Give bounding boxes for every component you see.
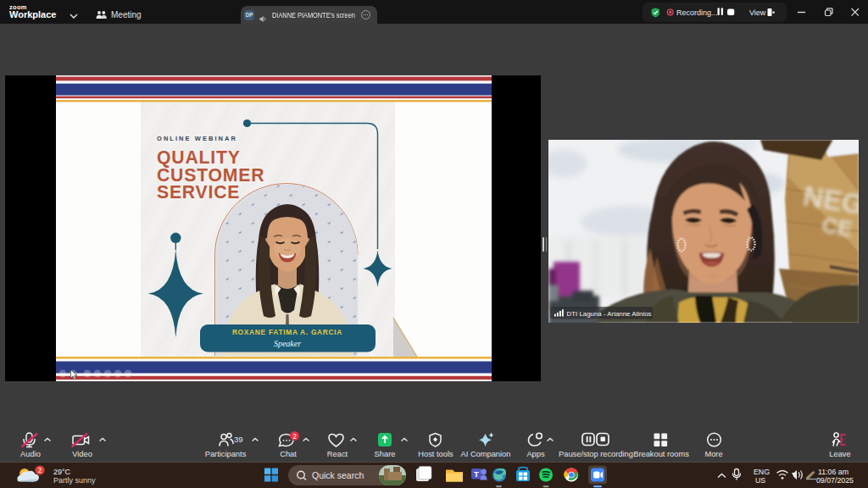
svg-text:09/07/2025: 09/07/2025 (816, 476, 854, 485)
svg-text:React: React (327, 450, 348, 458)
svg-text:Video: Video (72, 450, 92, 458)
svg-text:Quick search: Quick search (312, 470, 364, 480)
svg-text:Share: Share (375, 450, 396, 458)
svg-text:39: 39 (234, 435, 243, 444)
svg-text:US: US (755, 476, 765, 485)
svg-text:T: T (474, 469, 479, 479)
svg-text:More: More (704, 450, 722, 458)
svg-text:Partly sunny: Partly sunny (53, 476, 96, 485)
svg-text:2: 2 (38, 466, 42, 474)
svg-text:ROXANE FATIMA A. GARCIA: ROXANE FATIMA A. GARCIA (232, 328, 342, 336)
svg-text:Speaker: Speaker (274, 339, 301, 348)
svg-text:29°C: 29°C (53, 468, 71, 476)
svg-text:Pause/stop recording: Pause/stop recording (559, 450, 633, 458)
svg-text:Participants: Participants (205, 450, 247, 458)
svg-text:Chat: Chat (280, 450, 297, 458)
svg-text:Apps: Apps (526, 450, 545, 458)
svg-text:AI Companion: AI Companion (461, 450, 511, 458)
svg-text:Host tools: Host tools (418, 450, 453, 458)
svg-text:ONLINE WEBINAR: ONLINE WEBINAR (157, 135, 237, 142)
svg-text:Recording...: Recording... (676, 8, 718, 17)
svg-text:View: View (749, 8, 766, 17)
svg-text:11:06 am: 11:06 am (818, 468, 849, 476)
svg-text:Breakout rooms: Breakout rooms (633, 450, 689, 458)
svg-text:Leave: Leave (829, 450, 850, 458)
svg-text:SERVICE: SERVICE (157, 182, 240, 202)
svg-text:Audio: Audio (20, 450, 41, 458)
svg-text:2: 2 (292, 432, 297, 441)
svg-text:DTI Laguna - Arianne Alinios: DTI Laguna - Arianne Alinios (567, 310, 652, 318)
svg-text:CE: CE (820, 212, 854, 241)
svg-text:ENG: ENG (754, 468, 770, 476)
